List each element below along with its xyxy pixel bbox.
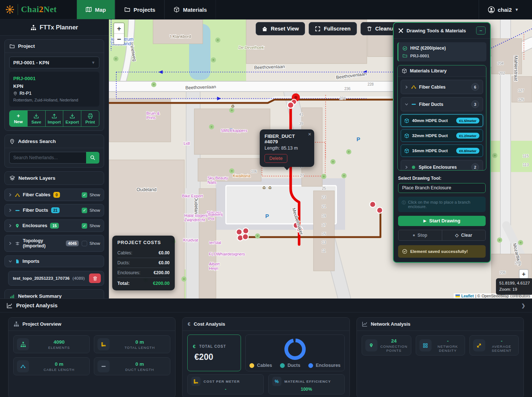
pin-icon (15, 223, 19, 228)
material-item-16mm-hdpe-duct[interactable]: 16mm HDPE Duct€0.8/meter (401, 144, 483, 157)
import-file-count: (4089) (72, 276, 85, 280)
category-label: Fiber Ducts (419, 102, 443, 107)
main-row: FTTx Planner Project PRJ-0001 - KPN ▼ (0, 19, 532, 298)
sitemap-icon (14, 321, 19, 327)
stat-network-density: -NETWORK DENSITY (416, 335, 465, 355)
new-button[interactable]: +New (10, 111, 28, 126)
drawing-tool-select[interactable]: Place Branch Enclosure (398, 183, 486, 193)
clear-button[interactable]: ◇ Clear (442, 230, 486, 241)
start-drawing-button[interactable]: ▶ Start Drawing (398, 216, 486, 226)
chart-legend: CablesDuctsEnclosures (249, 363, 340, 368)
stat-value: - (488, 338, 515, 344)
project-cost-row: Cables:€0.00 (117, 248, 170, 258)
layer-row-enclosures[interactable]: Enclosures15✓Show (4, 219, 104, 232)
tab-materials[interactable]: Materials (164, 0, 216, 19)
project-select[interactable]: PRJ-0001 - KPN ▼ (9, 57, 99, 68)
address-search-heading: Address Search (5, 135, 104, 148)
leaflet-link[interactable]: Leaflet (461, 294, 474, 298)
poi-label: 't Klankbord (170, 34, 191, 39)
folder-icon (402, 53, 407, 58)
import-file-item[interactable]: test_topo_20251223_170736 (4089) (8, 271, 104, 286)
svg-text:P: P (265, 213, 269, 219)
location-pin-icon (10, 139, 15, 144)
drawing-tools-header: Drawing Tools & Materials – (394, 23, 490, 39)
search-button[interactable] (86, 152, 99, 164)
stop-button[interactable]: ■ Stop (398, 230, 442, 241)
show-checkbox[interactable]: ✓ (82, 223, 87, 229)
material-name: 32mm HDPE Duct (412, 133, 448, 138)
legend-dot (280, 363, 285, 368)
panel-collapse-button[interactable]: – (476, 26, 486, 35)
folder-icon (10, 44, 15, 49)
layer-row-topology-imported-[interactable]: Topology (Imported)4045Show (4, 235, 104, 252)
layer-row-fiber-cables[interactable]: Fiber Cables0✓Show (4, 189, 104, 201)
stat-label: COST PER METER (203, 379, 240, 383)
show-label: Show (89, 241, 100, 246)
print-button[interactable]: Print (81, 111, 99, 126)
zoom-in-button-secondary[interactable]: + (519, 269, 529, 279)
tree-icon-center (213, 59, 214, 61)
show-checkbox[interactable]: ✓ (82, 208, 87, 213)
tree-icon-center (153, 84, 155, 86)
layer-visibility: Show (82, 241, 100, 246)
export-button[interactable]: Export (63, 111, 81, 126)
layer-label: Topology (Imported) (23, 238, 63, 248)
imports-label: Imports (22, 259, 39, 264)
user-menu[interactable]: chai2 ▼ (479, 0, 532, 19)
percent-icon: % (272, 377, 281, 386)
project-heading: Project (5, 40, 104, 53)
show-checkbox[interactable]: ✓ (82, 192, 87, 198)
poi-label: Pot (208, 217, 214, 221)
show-checkbox[interactable] (82, 241, 87, 246)
tab-map[interactable]: Map (77, 0, 115, 19)
popup-delete-button[interactable]: Delete (265, 154, 287, 163)
stat-head: COST PER METER (191, 377, 260, 386)
imports-section-toggle[interactable]: Imports (4, 255, 104, 267)
material-name: 40mm HDPE Duct (412, 118, 448, 123)
address-search-input[interactable] (9, 152, 86, 164)
poi-label: Nails (208, 180, 217, 185)
chevron-right-icon (405, 85, 408, 89)
expand-icon (315, 26, 320, 32)
poi-label: Sky Beauty (208, 176, 228, 180)
zoom-in-button[interactable]: + (114, 23, 124, 34)
house-number: 41 (299, 112, 304, 117)
import-button[interactable]: Import (46, 111, 64, 126)
save-button[interactable]: Save (28, 111, 46, 126)
stat-value: 0 m (113, 339, 167, 345)
project-analysis-header[interactable]: Project Analysis ❯ (0, 299, 532, 312)
grid-icon (419, 339, 432, 351)
coordinates-display: 51.8199, 4.6127 Zoom: 19 (496, 278, 532, 295)
house-number: 23 (322, 195, 326, 199)
fullscreen-button[interactable]: Fullscreen (309, 22, 357, 35)
delete-import-button[interactable] (89, 273, 101, 283)
project-cost-row: Enclosures:€200.00 (117, 268, 170, 278)
save-button-label: Save (31, 120, 41, 124)
line-chart-icon (362, 321, 368, 327)
tab-projects[interactable]: Projects (115, 0, 164, 19)
toolbar-button-label: Fullscreen (324, 26, 351, 32)
material-category-fiber-ducts[interactable]: Fiber Ducts3 (401, 97, 483, 111)
project-overview-heading: Project Overview (8, 318, 175, 331)
cost-value: €0.00 (159, 260, 170, 265)
popup-close-button[interactable]: × (308, 131, 311, 137)
print-button-label: Print (85, 120, 95, 124)
material-item-40mm-hdpe-duct[interactable]: 40mm HDPE Duct€1.5/meter (401, 114, 483, 127)
zoom-out-button[interactable]: − (114, 34, 124, 44)
layer-row-fiber-ducts[interactable]: Fiber Ducts21✓Show (4, 204, 104, 217)
materials-library-heading: Materials Library (398, 65, 486, 77)
material-category-splice-enclosures[interactable]: Splice Enclosures2 (401, 160, 483, 171)
collapse-analysis-chevron[interactable]: ❯ (521, 303, 525, 308)
status-message: Element saved successfully! (398, 245, 486, 258)
stat-value: 4090 (32, 339, 86, 345)
map-toolbar: Reset ViewFullscreenCleanup (256, 22, 402, 35)
layer-visibility: ✓Show (82, 223, 100, 229)
material-category-fiber-cables[interactable]: Fiber Cables6 (401, 80, 483, 94)
reset-view-button[interactable]: Reset View (256, 22, 305, 35)
stat-text: 24CONNECTION POINTS (380, 338, 408, 353)
material-item-32mm-hdpe-duct[interactable]: 32mm HDPE Duct€1.2/meter (401, 129, 483, 142)
stat-value: 24 (380, 338, 408, 344)
import-file-name: test_topo_20251223_170736 (13, 276, 70, 280)
poi-label: Bakkerij (208, 212, 223, 217)
export-button-label: Export (65, 120, 79, 124)
